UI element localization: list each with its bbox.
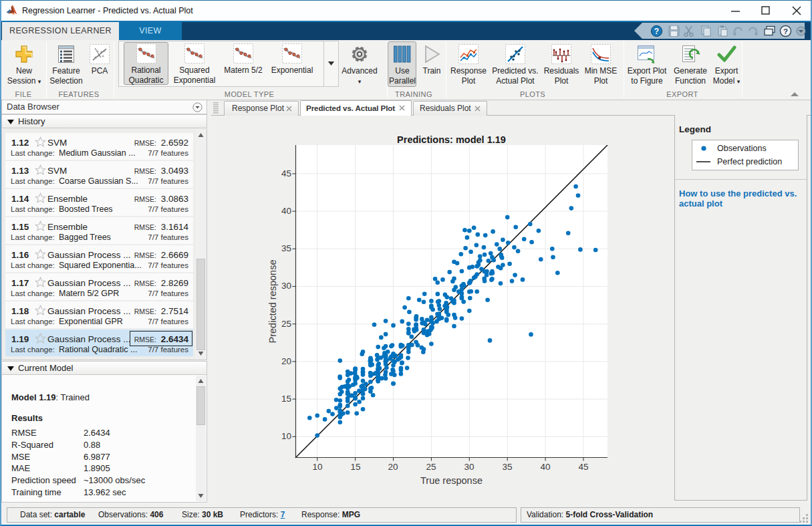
- svg-text:?: ?: [654, 27, 659, 36]
- svg-text:?: ?: [783, 27, 788, 35]
